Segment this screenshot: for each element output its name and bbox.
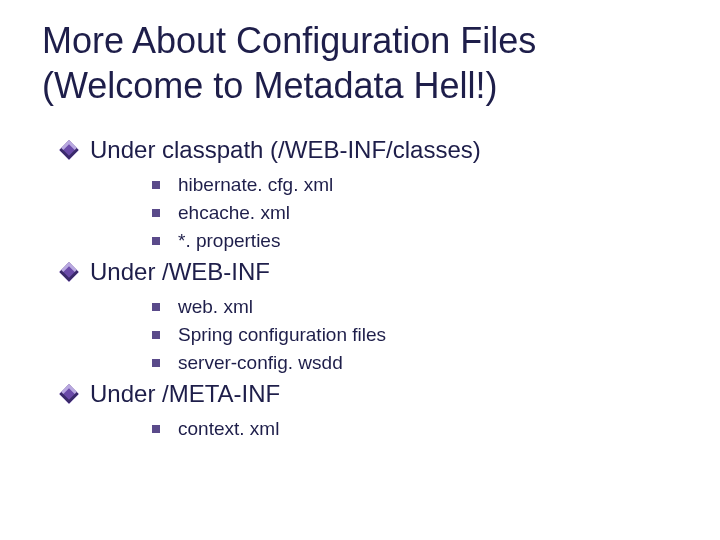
bullet-heading-row: Under /WEB-INF: [62, 258, 692, 286]
sub-bullet-text: Spring configuration files: [178, 324, 386, 346]
bullet-section-1: Under /WEB-INF web. xml Spring configura…: [62, 258, 692, 374]
subitems-0: hibernate. cfg. xml ehcache. xml *. prop…: [152, 174, 692, 252]
square-icon: [152, 303, 160, 311]
sub-bullet-text: context. xml: [178, 418, 279, 440]
bullet-heading-row: Under classpath (/WEB-INF/classes): [62, 136, 692, 164]
sub-bullet: server-config. wsdd: [152, 352, 692, 374]
sub-bullet-text: server-config. wsdd: [178, 352, 343, 374]
sub-bullet: *. properties: [152, 230, 692, 252]
slide-title: More About Configuration Files (Welcome …: [42, 18, 692, 108]
bullet-heading: Under classpath (/WEB-INF/classes): [90, 136, 481, 164]
diamond-icon: [59, 384, 79, 404]
square-icon: [152, 209, 160, 217]
sub-bullet: ehcache. xml: [152, 202, 692, 224]
diamond-icon: [59, 262, 79, 282]
square-icon: [152, 359, 160, 367]
diamond-icon: [59, 140, 79, 160]
subitems-1: web. xml Spring configuration files serv…: [152, 296, 692, 374]
bullet-section-2: Under /META-INF context. xml: [62, 380, 692, 440]
sub-bullet: context. xml: [152, 418, 692, 440]
bullet-heading: Under /META-INF: [90, 380, 280, 408]
square-icon: [152, 331, 160, 339]
sub-bullet: hibernate. cfg. xml: [152, 174, 692, 196]
bullet-section-0: Under classpath (/WEB-INF/classes) hiber…: [62, 136, 692, 252]
bullet-heading: Under /WEB-INF: [90, 258, 270, 286]
subitems-2: context. xml: [152, 418, 692, 440]
sub-bullet-text: *. properties: [178, 230, 280, 252]
sub-bullet-text: web. xml: [178, 296, 253, 318]
sub-bullet: web. xml: [152, 296, 692, 318]
sub-bullet: Spring configuration files: [152, 324, 692, 346]
square-icon: [152, 237, 160, 245]
square-icon: [152, 425, 160, 433]
sub-bullet-text: hibernate. cfg. xml: [178, 174, 333, 196]
bullet-heading-row: Under /META-INF: [62, 380, 692, 408]
square-icon: [152, 181, 160, 189]
sub-bullet-text: ehcache. xml: [178, 202, 290, 224]
